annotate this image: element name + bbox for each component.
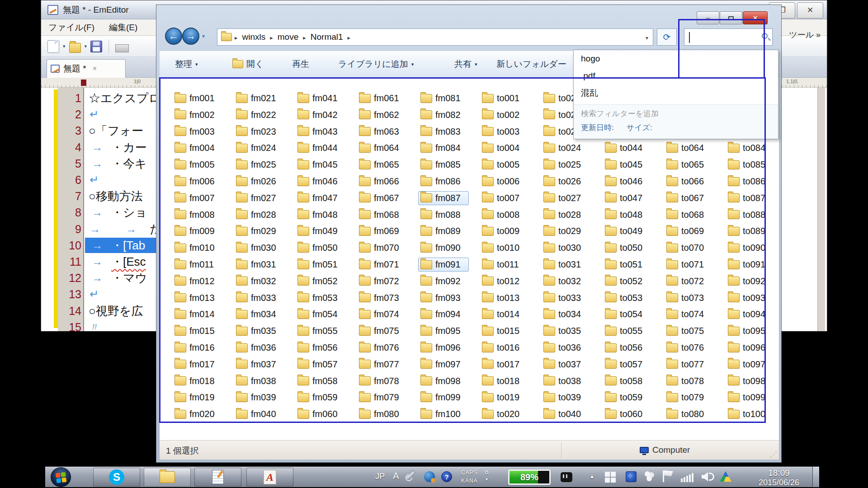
tray-windows-icon[interactable] <box>605 472 616 483</box>
toolbar-button-label: ライブラリに追加 <box>338 58 408 70</box>
breadcrumb-item-move[interactable]: move <box>276 32 300 42</box>
line-number: 15 <box>58 319 81 335</box>
search-box-highlight-rect <box>678 19 765 79</box>
dropdown-caret-icon: ▾ <box>195 61 198 67</box>
volume-icon[interactable] <box>702 472 708 481</box>
forward-button[interactable]: → <box>182 28 199 45</box>
open-file-icon[interactable] <box>69 43 81 53</box>
toolbar-button-5[interactable]: 共有▾ <box>454 51 477 77</box>
ruler-number-left: 1|0 <box>134 79 141 84</box>
recent-pages-caret-icon[interactable]: ▾ <box>202 33 205 39</box>
tools-menu-label: ツール <box>789 30 814 39</box>
menu-item-0[interactable]: ファイル(F) <box>41 22 102 33</box>
taskbar: S A JP A ? CAPS KANA ⧉ ▾ 89% ▲ <box>45 466 819 487</box>
taskbar-item-adobe-reader[interactable]: A <box>246 468 293 487</box>
taskbar-clock[interactable]: 18:09 2015/06/26 <box>745 468 813 488</box>
line-number: 7 <box>58 188 81 204</box>
breadcrumb-item-Normal1[interactable]: Normal1 <box>309 32 345 42</box>
tab-mark: → <box>92 253 103 270</box>
toolbar-button-1[interactable]: 整理▾ <box>175 51 198 77</box>
address-dropdown-caret-icon[interactable]: ▾ <box>646 35 648 41</box>
line-number: 11 <box>58 253 81 270</box>
ime-help-icon[interactable]: ? <box>441 471 452 482</box>
toolbar-button-4[interactable]: ライブラリに追加▾ <box>338 51 414 77</box>
line-number: 1 <box>58 90 81 106</box>
kana-caret-icon[interactable]: ▾ <box>486 477 488 482</box>
line-number: 3 <box>58 122 81 139</box>
breadcrumb-separator-icon: ▸ <box>345 34 354 41</box>
kana-indicator[interactable]: KANA <box>461 478 478 484</box>
tray-utility-icon[interactable] <box>644 471 655 482</box>
tab-mark: → <box>92 270 103 286</box>
line-number: 5 <box>58 155 81 172</box>
breadcrumb-item-winxls[interactable]: winxls <box>241 32 268 42</box>
toolbar-button-3[interactable]: 再生 <box>292 51 309 77</box>
status-bar: 1 個選択 Computer ⋰ <box>160 440 779 460</box>
start-button[interactable] <box>51 467 71 487</box>
menu-overflow-chevron[interactable]: » <box>816 30 821 39</box>
line-text: ・[Tab <box>111 237 145 253</box>
action-center-flag-icon[interactable] <box>663 470 664 482</box>
toolbar-button-label: 新しいフォルダー <box>496 58 566 70</box>
ruler-caret-marker <box>81 80 86 86</box>
back-button[interactable]: ← <box>165 28 182 45</box>
clock-date: 2015/06/26 <box>745 478 813 488</box>
new-document-icon[interactable] <box>47 40 59 53</box>
show-desktop-button[interactable] <box>812 467 819 488</box>
battery-indicator[interactable]: 89% <box>508 469 551 485</box>
toolbar-separator <box>108 40 109 53</box>
caps-indicator[interactable]: CAPS <box>461 469 478 476</box>
status-divider <box>561 442 561 458</box>
line-number: 14 <box>58 303 81 319</box>
open-file-caret-icon[interactable]: ▾ <box>84 43 88 49</box>
file-area-highlight-rect <box>159 77 766 423</box>
refresh-button[interactable]: ⟳ <box>657 28 677 46</box>
toolbar-button-label: 開く <box>246 58 264 70</box>
ime-pad-icon[interactable]: ⧉ <box>485 469 489 475</box>
line-text: ・ショ <box>111 204 147 221</box>
breadcrumb: ▸winxls▸move▸Normal1▸ <box>232 32 353 42</box>
editor-scrollbar[interactable] <box>817 88 825 331</box>
taskbar-item-explorer[interactable] <box>144 468 191 487</box>
menu-item-1[interactable]: 編集(E) <box>102 22 145 33</box>
network-signal-icon[interactable] <box>681 472 694 482</box>
taskbar-item-emeditor[interactable] <box>194 468 241 487</box>
google-drive-icon[interactable] <box>720 471 731 482</box>
clock-time: 18:09 <box>745 468 813 478</box>
document-tab[interactable]: 無題 * × <box>47 59 126 78</box>
line-number: 6 <box>58 172 81 188</box>
open-folder-icon <box>232 60 243 68</box>
line-text: 〃 <box>89 319 100 335</box>
tray-expand-icon[interactable]: ▲ <box>590 474 594 479</box>
address-folder-icon <box>221 33 232 41</box>
ime-input-mode[interactable]: A <box>393 471 399 481</box>
save-icon[interactable] <box>90 41 102 52</box>
address-bar[interactable]: ▸winxls▸move▸Normal1▸ ▾ <box>217 28 653 46</box>
toolbar-button-2[interactable]: 開く <box>232 51 264 77</box>
tab-mark: → <box>126 221 137 237</box>
tray-app-icon[interactable] <box>626 471 637 482</box>
selection-count: 1 個選択 <box>166 445 199 457</box>
ime-dictionary-icon[interactable] <box>424 471 435 482</box>
document-tab-label: 無題 * <box>63 63 86 75</box>
dropdown-caret-icon: ▾ <box>411 61 414 67</box>
adobe-reader-icon: A <box>264 470 276 484</box>
toolbar-button-6[interactable]: 新しいフォルダー <box>496 51 566 77</box>
tab-mark: → <box>92 237 103 253</box>
location-label: Computer <box>652 445 690 455</box>
emeditor-menu-tools[interactable]: ツール » <box>789 29 821 40</box>
line-number: 9 <box>58 221 81 237</box>
tab-mark: → <box>90 221 100 237</box>
toolbar-button-label: 共有 <box>454 58 472 70</box>
tab-close-icon[interactable]: × <box>93 65 97 73</box>
resize-grip[interactable]: ⋰ <box>770 450 777 459</box>
ime-language-indicator[interactable]: JP <box>375 472 385 481</box>
new-document-caret-icon[interactable]: ▾ <box>62 43 66 49</box>
return-mark: ↵ <box>90 172 99 188</box>
line-number: 4 <box>58 139 81 155</box>
line-text: ・カー <box>111 139 147 155</box>
print-icon[interactable] <box>115 44 129 52</box>
ime-tools-icon[interactable] <box>406 470 416 480</box>
taskbar-item-skype[interactable]: S <box>93 468 140 487</box>
emeditor-close-button[interactable]: ✕ <box>797 2 823 19</box>
